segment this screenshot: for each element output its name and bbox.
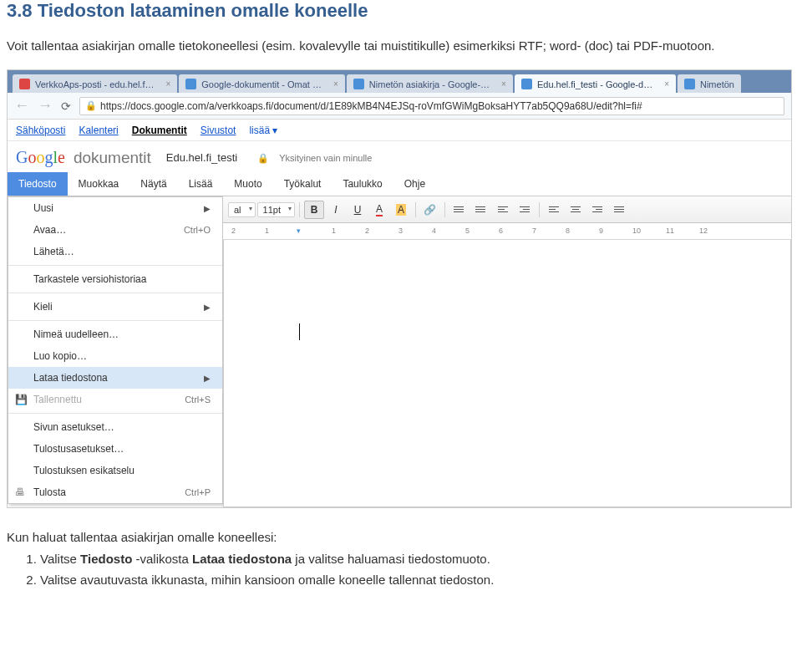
- menu-item-label: Avaa…: [33, 224, 66, 236]
- tab-label: Nimetön: [700, 79, 734, 89]
- menu-item-rename[interactable]: Nimeä uudelleen…: [8, 323, 222, 345]
- italic-button[interactable]: I: [326, 201, 346, 219]
- menu-item-open[interactable]: Avaa… Ctrl+O: [8, 219, 222, 241]
- app-bar: Sähköposti Kalenteri Dokumentit Sivustot…: [8, 120, 791, 141]
- close-icon[interactable]: ×: [501, 79, 506, 89]
- textcolor-button[interactable]: A: [369, 201, 389, 219]
- browser-tab[interactable]: Nimetön: [678, 74, 741, 93]
- menu-help[interactable]: Ohje: [393, 172, 436, 196]
- appbar-link-calendar[interactable]: Kalenteri: [79, 125, 118, 136]
- docs-icon: [353, 79, 364, 89]
- menu-item-label: Lataa tiedostona: [33, 372, 108, 384]
- ruler-tick: 8: [566, 227, 570, 235]
- ruler-indent-marker[interactable]: ▾: [297, 227, 301, 235]
- close-icon[interactable]: ×: [165, 79, 170, 89]
- menu-item-printpreview[interactable]: Tulostuksen esikatselu: [8, 460, 222, 481]
- ruler-tick: 2: [231, 227, 236, 235]
- align-right-button[interactable]: [587, 201, 607, 219]
- browser-tab-active[interactable]: Edu.hel.fi_testi - Google-d… ×: [515, 74, 676, 93]
- menu-item-history[interactable]: Tarkastele versiohistoriaa: [8, 268, 222, 290]
- fontsize-select[interactable]: 11pt: [257, 202, 295, 217]
- toolbar: al 11pt B I U A A 🔗: [223, 196, 791, 223]
- highlight-button[interactable]: A: [391, 201, 411, 219]
- reload-icon[interactable]: ⟳: [61, 99, 71, 113]
- shortcut-label: Ctrl+P: [185, 487, 211, 497]
- doc-title[interactable]: Edu.hel.fi_testi: [166, 151, 237, 164]
- ruler[interactable]: 2 1 ▾ 1 2 3 4 5 6 7 8 9 10 11 12: [223, 223, 791, 240]
- browser-tab[interactable]: Google-dokumentit - Omat … ×: [179, 74, 345, 93]
- appbar-more[interactable]: lisää ▾: [249, 125, 277, 136]
- menu-format[interactable]: Muoto: [223, 172, 272, 196]
- tab-label: Edu.hel.fi_testi - Google-d…: [537, 79, 652, 89]
- chevron-right-icon: ▶: [204, 204, 211, 213]
- ruler-tick: 1: [265, 227, 269, 235]
- menu-insert[interactable]: Lisää: [178, 172, 224, 196]
- menu-item-pagesetup[interactable]: Sivun asetukset…: [8, 416, 222, 438]
- menu-file[interactable]: Tiedosto: [8, 172, 68, 196]
- shortcut-label: Ctrl+S: [185, 395, 211, 405]
- lock-icon: 🔒: [257, 153, 267, 163]
- close-icon[interactable]: ×: [664, 79, 669, 89]
- document-page[interactable]: [223, 240, 791, 507]
- shortcut-label: Ctrl+O: [184, 225, 211, 235]
- menu-item-label: Tulostusasetukset…: [33, 443, 124, 455]
- menubar: Tiedosto Muokkaa Näytä Lisää Muoto Työka…: [8, 172, 791, 196]
- style-select[interactable]: al: [228, 202, 256, 217]
- docs-label: dokumentit: [74, 149, 151, 167]
- separator: [8, 265, 222, 266]
- back-icon[interactable]: ←: [14, 97, 29, 115]
- menu-view[interactable]: Näytä: [129, 172, 177, 196]
- privacy-label: Yksityinen vain minulle: [279, 153, 372, 163]
- instruction-intro: Kun haluat tallentaa asiakirjan omalle k…: [7, 528, 795, 547]
- save-icon: 💾: [15, 394, 28, 405]
- browser-tab[interactable]: Nimetön asiakirja - Google-… ×: [347, 74, 513, 93]
- underline-button[interactable]: U: [348, 201, 368, 219]
- browser-tab[interactable]: VerkkoAps-posti - edu.hel.f… ×: [13, 74, 177, 93]
- separator: [415, 202, 416, 217]
- appbar-link-sites[interactable]: Sivustot: [200, 125, 236, 136]
- section-heading: 3.8 Tiedoston lataaminen omalle koneelle: [7, 0, 795, 22]
- chevron-right-icon: ▶: [204, 303, 211, 312]
- url-input[interactable]: 🔒 https://docs.google.com/a/verkkoaps.fi…: [79, 97, 784, 115]
- menu-item-download[interactable]: Lataa tiedostona ▶: [8, 367, 222, 389]
- menu-tools[interactable]: Työkalut: [273, 172, 332, 196]
- print-icon: 🖶: [15, 486, 25, 498]
- intro-paragraph: Voit tallentaa asiakirjan omalle tietoko…: [7, 37, 795, 54]
- outdent-button[interactable]: [493, 201, 513, 219]
- screenshot: VerkkoAps-posti - edu.hel.f… × Google-do…: [7, 69, 792, 508]
- menu-item-label: Lähetä…: [33, 246, 74, 257]
- ruler-tick: 4: [432, 227, 436, 235]
- docs-icon: [185, 79, 196, 89]
- menu-item-copy[interactable]: Luo kopio…: [8, 345, 222, 367]
- text-cursor: [299, 323, 300, 340]
- forward-icon[interactable]: →: [38, 97, 53, 115]
- content-area: Uusi ▶ Avaa… Ctrl+O Lähetä… Tarkastele v…: [8, 196, 791, 507]
- menu-item-label: Luo kopio…: [33, 350, 87, 362]
- indent-button[interactable]: [515, 201, 535, 219]
- menu-item-printsettings[interactable]: Tulostusasetukset…: [8, 438, 222, 460]
- align-center-button[interactable]: [566, 201, 586, 219]
- bullet-list-button[interactable]: [471, 201, 491, 219]
- docs-icon: [521, 79, 532, 89]
- link-button[interactable]: 🔗: [420, 201, 440, 219]
- menu-table[interactable]: Taulukko: [332, 172, 393, 196]
- separator: [8, 320, 222, 321]
- menu-edit[interactable]: Muokkaa: [68, 172, 130, 196]
- menu-item-new[interactable]: Uusi ▶: [8, 197, 222, 219]
- menu-item-saved: 💾 Tallennettu Ctrl+S: [8, 389, 222, 410]
- instructions: Kun haluat tallentaa asiakirjan omalle k…: [7, 528, 795, 588]
- menu-item-language[interactable]: Kieli ▶: [8, 296, 222, 318]
- bold-button[interactable]: B: [304, 201, 324, 219]
- lock-icon: 🔒: [85, 100, 97, 111]
- menu-item-send[interactable]: Lähetä…: [8, 241, 222, 262]
- menu-item-print[interactable]: 🖶 Tulosta Ctrl+P: [8, 481, 222, 503]
- numbered-list-button[interactable]: [449, 201, 470, 219]
- appbar-link-mail[interactable]: Sähköposti: [16, 125, 65, 136]
- menu-item-label: Sivun asetukset…: [33, 421, 114, 433]
- ruler-tick: 2: [365, 227, 369, 235]
- appbar-link-docs[interactable]: Dokumentit: [132, 125, 187, 136]
- align-left-button[interactable]: [544, 201, 564, 219]
- align-justify-button[interactable]: [609, 201, 629, 219]
- menu-item-label: Nimeä uudelleen…: [33, 328, 119, 340]
- close-icon[interactable]: ×: [333, 79, 338, 89]
